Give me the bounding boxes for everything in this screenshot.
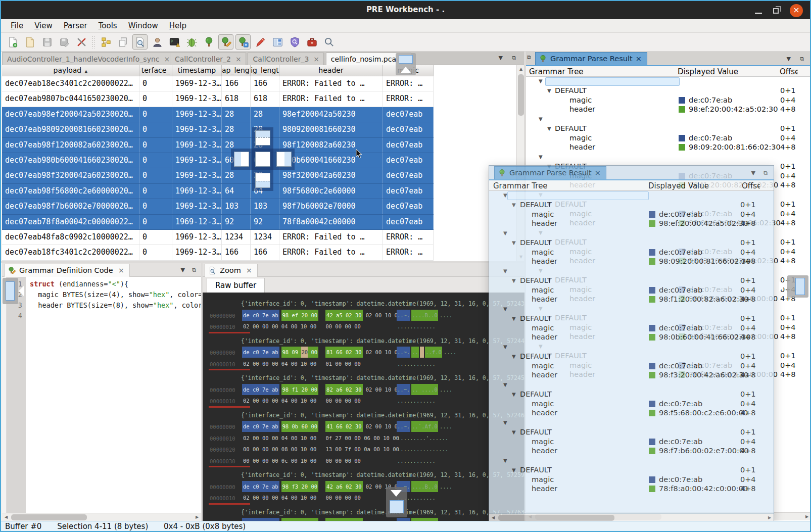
column-header-timestamp[interactable]: timestamp — [172, 65, 222, 76]
chevron-down-icon[interactable]: ▼ — [512, 316, 516, 321]
open-file-icon[interactable] — [22, 34, 37, 50]
float-panel-icon[interactable]: ⧉ — [192, 267, 196, 273]
tree-row-root[interactable]: ▼ — [526, 115, 811, 124]
hex-bytes[interactable]: 02 00 00 00 04 00 10 0000 00 00 00 — [242, 321, 364, 332]
tree-row-root[interactable]: ▼ — [489, 267, 774, 276]
column-offset[interactable]: Offset — [780, 67, 798, 76]
tab-raw-buffer[interactable]: Raw buffer — [207, 278, 265, 293]
hex-ascii[interactable]: ............ — [397, 455, 437, 466]
hex-bytes[interactable]: 00 00 00 00 08 00 10 0013 00 7f 00 0a 00… — [242, 444, 402, 455]
hex-ascii[interactable]: .........'...... — [397, 432, 450, 444]
tree-row-root[interactable]: ▼ — [489, 380, 774, 390]
table-row[interactable]: dec07eab9809200081660230020…01969-12-3…2… — [2, 122, 434, 137]
tree-row-header[interactable]: header98:f5:68:00:c2:e6:00:004+8 — [489, 409, 774, 418]
tree-row-default[interactable]: ▼DEFAULT0+1 — [489, 276, 774, 286]
hex-ascii[interactable]: ..~.....B..0.... — [397, 310, 454, 321]
tree-row-magic[interactable]: magicde:c0:7e:ab0+4 — [489, 324, 774, 333]
dock-guide-bottom[interactable] — [386, 487, 407, 517]
tree-row-default[interactable]: ▼DEFAULT0+1 — [526, 86, 811, 96]
hex-bytes[interactable]: 02 00 00 00 04 00 10 000f 27 00 00 06 00… — [242, 432, 402, 444]
chevron-down-icon[interactable]: ▼ — [503, 268, 507, 274]
floating-horizontal-scrollbar[interactable]: ◀ ▶ — [489, 513, 774, 521]
structure-icon[interactable] — [98, 34, 113, 50]
floating-parse-result-tree[interactable]: ▼▼DEFAULT0+1magicde:c0:7e:ab0+4header98:… — [489, 191, 774, 510]
chevron-down-icon[interactable]: ▼ — [503, 382, 507, 388]
float-panel-icon[interactable]: ⧉ — [800, 56, 804, 62]
tree-row-magic[interactable]: magicde:c0:7e:ab0+4 — [526, 134, 811, 143]
hex-ascii[interactable]: ..~... ....0.... — [397, 384, 454, 395]
chevron-down-icon[interactable]: ▼ — [503, 458, 507, 463]
hex-row[interactable]: 0000002000 00 00 00 08 00 10 0013 00 7f … — [203, 443, 524, 454]
chevron-down-icon[interactable]: ▼ — [503, 420, 507, 425]
table-row[interactable]: dec07eab98f7b60002e70000020…01969-12-3…1… — [2, 199, 434, 214]
tab-grammar-definition-code[interactable]: Grammar Definition Code × — [4, 264, 130, 277]
tree-row-default[interactable]: ▼DEFAULT0+1 — [489, 352, 774, 362]
tree-row-magic[interactable]: magicde:c0:7e:ab0+4 — [489, 475, 774, 485]
chevron-down-icon[interactable]: ▼ — [547, 126, 551, 131]
chevron-down-icon[interactable]: ▼ — [512, 392, 516, 397]
tree-row-magic[interactable]: magicde:c0:7e:ab0+4 — [489, 210, 774, 220]
scroll-left-icon[interactable]: ◀ — [2, 513, 10, 521]
tree-row-header[interactable]: header98:ef:20:00:42:a5:02:304+8 — [489, 219, 774, 229]
tree-row-root[interactable]: ▼ — [489, 456, 774, 466]
table-row[interactable]: dec07eab48fa8c0902c10000022…01969-12-3…1… — [2, 230, 434, 245]
menu-file[interactable]: File — [5, 20, 29, 31]
menu-tools[interactable]: Tools — [93, 20, 123, 31]
scrollbar-thumb[interactable] — [518, 74, 524, 116]
chevron-down-icon[interactable]: ▼ — [512, 429, 516, 435]
tree-row-default[interactable]: ▼DEFAULT0+1 — [489, 466, 774, 475]
panel-layout-icon[interactable] — [270, 34, 285, 50]
column-displayed-value[interactable]: Displayed Value — [678, 67, 738, 76]
table-row[interactable]: dec07eab980b600041660230020…01969-12-3…6… — [2, 153, 434, 168]
tree-row-root[interactable]: ▼ — [526, 153, 811, 162]
tab-zoom[interactable]: Zoom × — [205, 264, 258, 277]
tree-row-default[interactable]: ▼DEFAULT0+1 — [489, 238, 774, 248]
scrollbar-thumb[interactable] — [498, 515, 614, 521]
dock-guide-center-cross[interactable] — [231, 127, 295, 191]
tree-icon[interactable] — [201, 34, 216, 50]
panel-menu-icon[interactable]: ▼ — [787, 56, 791, 62]
toolbox-icon[interactable] — [304, 34, 319, 50]
panel-menu-icon[interactable]: ▼ — [181, 267, 185, 273]
tree-row-magic[interactable]: magicde:c0:7e:ab0+4 — [526, 96, 811, 106]
hex-ascii[interactable]: ..~... ..f.0.... — [397, 347, 458, 358]
hex-row[interactable]: 0000001002 00 00 00 04 00 10 0000 00 00 … — [203, 320, 524, 331]
close-icon[interactable]: × — [313, 55, 319, 63]
dock-left-target[interactable] — [234, 152, 249, 167]
hex-row[interactable]: 0000003000 00 00 00 0c 00 10 0000 00 00 … — [203, 454, 524, 466]
tree-row-root[interactable]: ▼ — [489, 191, 774, 201]
column-offset[interactable]: Offset — [742, 181, 760, 190]
tree-row-magic[interactable]: magicde:c0:7e:ab0+4 — [489, 438, 774, 447]
console-warning-icon[interactable] — [167, 34, 182, 50]
dock-bottom-target[interactable] — [255, 173, 270, 188]
chevron-down-icon[interactable]: ▼ — [503, 230, 507, 236]
dock-guide-left[interactable] — [3, 278, 18, 304]
tab-audiocontroller-1-handlevocoderinfo-sync[interactable]: AudioController_1_handleVocoderInfo_sync… — [2, 53, 174, 65]
column-header-ig-lengt[interactable]: ig_lengt — [251, 65, 279, 76]
tree-row-header[interactable]: header98:f7:b6:00:02:e7:00:004+8 — [489, 447, 774, 456]
tree-row-magic[interactable]: magicde:c0:7e:ab0+4 — [489, 286, 774, 296]
column-displayed-value[interactable]: Displayed Value — [648, 181, 709, 190]
tree-row-header[interactable]: header78:f8:a0:00:42:c0:00:004+8 — [489, 485, 774, 494]
tree-settings-icon[interactable] — [235, 34, 251, 50]
chevron-down-icon[interactable]: ▼ — [539, 116, 543, 122]
search-icon[interactable] — [321, 34, 337, 50]
user-icon[interactable] — [150, 34, 165, 50]
hex-bytes[interactable]: de c0 7e ab98 f1 20 0082 a6 02 3002 00 1… — [242, 384, 404, 395]
close-button[interactable]: × — [790, 4, 803, 17]
scrollbar-thumb[interactable] — [11, 514, 87, 520]
code-editor[interactable]: struct (endianness="<"){ magic BYTES(siz… — [26, 277, 201, 513]
chevron-down-icon[interactable]: ▼ — [503, 306, 507, 312]
hex-row[interactable]: 0000001002 00 00 00 04 00 10 0000 00 00 … — [203, 491, 524, 503]
code-horizontal-scrollbar[interactable]: ◀ ▶ — [2, 513, 201, 521]
close-icon[interactable]: × — [636, 55, 642, 65]
tab-list-dropdown-icon[interactable]: ▼ — [499, 55, 503, 61]
chevron-down-icon[interactable]: ▼ — [512, 278, 516, 283]
chevron-down-icon[interactable]: ▼ — [512, 202, 516, 208]
chevron-down-icon[interactable]: ▼ — [547, 88, 551, 93]
close-icon[interactable]: × — [246, 266, 252, 277]
chevron-down-icon[interactable]: ▼ — [512, 354, 516, 359]
maximize-button[interactable] — [773, 8, 779, 14]
hex-ascii[interactable]: ............ — [397, 321, 437, 332]
tree-row-header[interactable]: header98:f3:20:00:42:a6:02:304+8 — [489, 371, 774, 380]
